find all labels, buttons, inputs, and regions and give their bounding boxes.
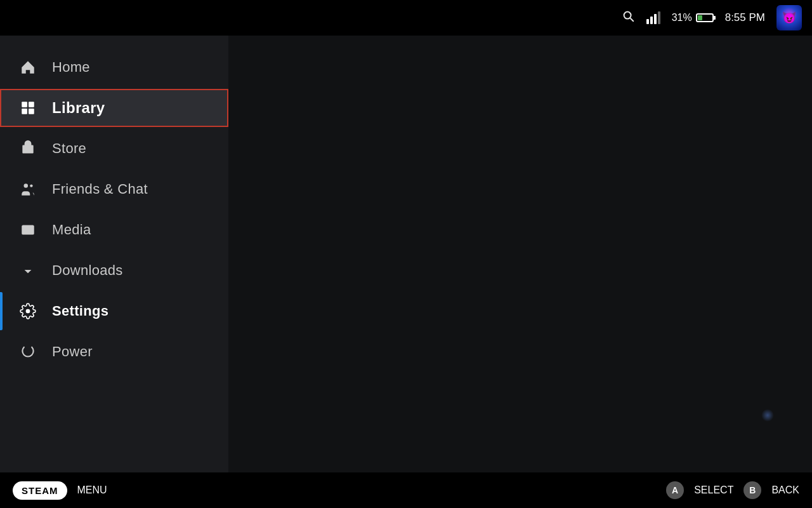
sidebar-item-downloads[interactable]: Downloads <box>0 251 228 290</box>
library-label: Library <box>52 99 105 117</box>
sidebar: Home Library Store Friends & Chat <box>0 36 228 472</box>
settings-icon <box>18 301 38 321</box>
battery-section: 31% <box>672 12 714 23</box>
menu-label: MENU <box>77 485 107 496</box>
settings-label: Settings <box>52 303 108 319</box>
home-label: Home <box>52 59 90 76</box>
sidebar-item-media[interactable]: Media <box>0 211 228 249</box>
a-button[interactable]: A <box>666 481 684 499</box>
main-content <box>228 36 812 472</box>
sidebar-item-power[interactable]: Power <box>0 333 228 371</box>
sidebar-item-settings[interactable]: Settings <box>0 292 228 330</box>
sidebar-item-friends[interactable]: Friends & Chat <box>0 170 228 208</box>
svg-point-7 <box>26 309 30 314</box>
svg-point-5 <box>30 184 32 187</box>
avatar[interactable]: 😈 <box>776 5 802 30</box>
store-icon <box>18 138 38 159</box>
a-label: A <box>672 485 678 495</box>
steam-button[interactable]: STEAM <box>13 481 67 500</box>
svg-rect-0 <box>22 102 27 107</box>
battery-percent: 31% <box>672 12 692 23</box>
svg-rect-1 <box>29 102 34 107</box>
search-icon[interactable] <box>621 9 635 27</box>
power-icon <box>18 342 38 362</box>
bottom-buttons: A SELECT B BACK <box>666 481 799 499</box>
power-label: Power <box>52 344 93 360</box>
topbar: 31% 8:55 PM 😈 <box>0 0 812 36</box>
svg-rect-3 <box>29 109 34 114</box>
svg-point-4 <box>24 184 29 188</box>
home-icon <box>18 57 38 77</box>
sidebar-item-library[interactable]: Library <box>0 89 228 127</box>
sidebar-item-home[interactable]: Home <box>0 48 228 86</box>
friends-label: Friends & Chat <box>52 181 148 197</box>
downloads-icon <box>18 260 38 281</box>
downloads-label: Downloads <box>52 262 123 279</box>
svg-rect-6 <box>22 225 34 234</box>
friends-icon <box>18 179 38 199</box>
sidebar-item-store[interactable]: Store <box>0 130 228 168</box>
bottombar: STEAM MENU A SELECT B BACK <box>0 472 812 508</box>
store-label: Store <box>52 140 86 157</box>
back-label: BACK <box>771 485 799 496</box>
b-button[interactable]: B <box>743 481 761 499</box>
steam-label: STEAM <box>22 485 58 496</box>
signal-icon <box>646 11 660 24</box>
battery-icon <box>696 13 714 22</box>
select-label: SELECT <box>694 485 733 496</box>
media-label: Media <box>52 222 91 238</box>
library-icon <box>18 98 38 118</box>
media-icon <box>18 220 38 240</box>
b-label: B <box>749 485 756 495</box>
avatar-image: 😈 <box>776 5 802 30</box>
clock: 8:55 PM <box>725 11 765 24</box>
svg-rect-2 <box>22 109 27 114</box>
